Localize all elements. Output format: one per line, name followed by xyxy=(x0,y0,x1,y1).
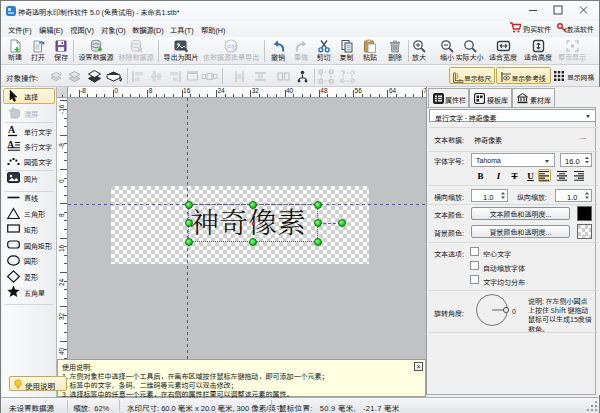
svg-text:P批: P批 xyxy=(227,44,237,51)
svg-text:A: A xyxy=(7,139,15,150)
svg-text:A: A xyxy=(8,124,16,135)
